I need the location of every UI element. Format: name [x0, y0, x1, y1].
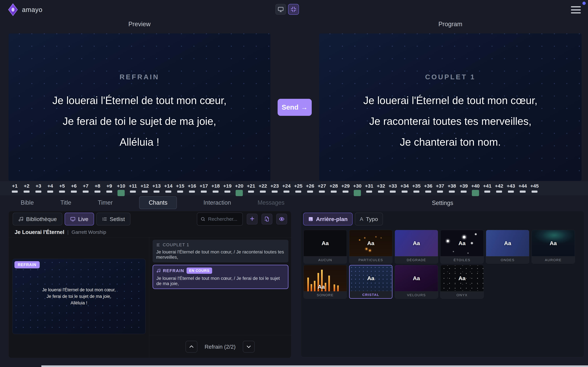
slide-thumbnail-lyrics: Je louerai l'Éternel de tout mon cœur, J…: [42, 287, 116, 306]
timeline-slot-5[interactable]: +5: [57, 183, 67, 193]
search-input[interactable]: [208, 216, 239, 222]
timeline-slot-32[interactable]: +32: [376, 183, 386, 193]
timeline-slot-38[interactable]: +38: [447, 183, 457, 193]
timeline-slot-25[interactable]: +25: [293, 183, 303, 193]
timeline-slot-34[interactable]: +34: [399, 183, 410, 193]
timeline-slot-17[interactable]: +17: [199, 183, 209, 193]
timeline-slot-20[interactable]: +20: [234, 183, 244, 196]
timeline-slot-45[interactable]: +45: [529, 183, 540, 193]
timeline-slot-28[interactable]: +28: [329, 183, 339, 193]
timeline-slot-13[interactable]: +13: [151, 183, 162, 193]
add-song-button[interactable]: +: [247, 214, 258, 225]
background-tile-ondes[interactable]: AaONDES: [486, 230, 529, 264]
tab-timer[interactable]: Timer: [98, 197, 113, 209]
timeline-slot-label: +13: [152, 183, 161, 189]
typo-tab[interactable]: A Typo: [355, 213, 383, 225]
timeline-slot-12[interactable]: +12: [139, 183, 150, 193]
preview-eye-button[interactable]: [276, 214, 287, 225]
background-tile-cristal[interactable]: AaCRISTAL: [349, 265, 392, 299]
timeline-slot-26[interactable]: +26: [305, 183, 315, 193]
background-tile-aurore[interactable]: AaAURORE: [532, 230, 575, 264]
timeline-slot-24[interactable]: +24: [281, 183, 292, 193]
timeline-slot-4[interactable]: +4: [45, 183, 55, 193]
timeline-slot-44[interactable]: +44: [518, 183, 528, 193]
tile-label: DÉGRADÉ: [395, 256, 438, 263]
tile-label: VELOURS: [395, 291, 438, 299]
app-title: amayo: [22, 6, 43, 13]
tile-label: PARTICULES: [349, 256, 392, 263]
timeline-slot-33[interactable]: +33: [388, 183, 398, 193]
timeline-slot-10[interactable]: +10: [116, 183, 126, 196]
timeline-slot-37[interactable]: +37: [435, 183, 445, 193]
display-button[interactable]: [275, 4, 286, 15]
background-tile-degrade[interactable]: AaDÉGRADÉ: [395, 230, 438, 264]
timeline-slot-41[interactable]: +41: [482, 183, 493, 193]
timeline-slot-21[interactable]: +21: [246, 183, 256, 193]
timeline-slot-15[interactable]: +15: [175, 183, 185, 193]
timeline-slot-marker: [331, 191, 337, 193]
slide-thumbnail[interactable]: REFRAIN Je louerai l'Éternel de tout mon…: [12, 259, 146, 334]
background-tile-aucun[interactable]: AaAUCUN: [303, 230, 347, 264]
tile-preview: Aa: [304, 265, 347, 291]
next-verse-button[interactable]: [243, 341, 255, 353]
tile-preview: Aa: [441, 265, 484, 291]
timeline-slot-35[interactable]: +35: [411, 183, 422, 193]
timeline-slot-3[interactable]: +3: [33, 183, 44, 193]
brand: amayo: [8, 3, 43, 16]
timeline-slot-29[interactable]: +29: [340, 183, 351, 193]
import-button[interactable]: [261, 214, 272, 225]
preview-section-title: REFRAIN: [120, 73, 159, 81]
background-tile-etoiles[interactable]: AaÉTOILES: [440, 230, 484, 264]
timeline-slot-43[interactable]: +43: [506, 183, 516, 193]
tab-interaction[interactable]: Interaction: [203, 197, 231, 209]
tab-title[interactable]: Title: [60, 197, 71, 209]
timeline-slot-14[interactable]: +14: [163, 183, 173, 193]
timeline-slot-marker: [71, 191, 77, 193]
timeline-slot-marker: [35, 191, 41, 193]
tab-bible[interactable]: Bible: [21, 197, 34, 209]
timeline-slot-7[interactable]: +7: [80, 183, 91, 193]
previous-verse-button[interactable]: [186, 341, 197, 353]
timeline-slot-2[interactable]: +2: [21, 183, 32, 193]
arriere-plan-tab[interactable]: Arrière-plan: [303, 213, 353, 225]
background-tile-velours[interactable]: AaVELOURS: [395, 265, 438, 299]
send-button[interactable]: Send →: [277, 99, 312, 116]
timeline-slot-label: +18: [211, 183, 220, 189]
timeline-slot-label: +34: [400, 183, 409, 189]
timeline-slot-6[interactable]: +6: [69, 183, 79, 193]
background-tile-onyx[interactable]: AaONYX: [440, 265, 484, 299]
tab-chants[interactable]: Chants: [139, 196, 177, 209]
timeline-slot-31[interactable]: +31: [364, 183, 374, 193]
timeline-slot-40[interactable]: +40: [470, 183, 481, 196]
sample-text: Aa: [413, 275, 420, 282]
timeline-slot-39[interactable]: +39: [458, 183, 469, 193]
timeline-slot-42[interactable]: +42: [494, 183, 504, 193]
live-button[interactable]: Live: [65, 213, 94, 225]
timeline-slot-19[interactable]: +19: [222, 183, 233, 193]
tab-messages[interactable]: Messages: [258, 197, 285, 209]
verse-pager: Refrain (2/2): [149, 335, 291, 358]
timeline-slot-18[interactable]: +18: [210, 183, 221, 193]
timeline-slot-marker: [343, 191, 348, 193]
timeline-slot-label: +21: [247, 183, 255, 189]
timeline-slot-11[interactable]: +11: [128, 183, 138, 193]
setlist-button[interactable]: Setlist: [96, 213, 130, 225]
timeline-slot-9[interactable]: +9: [104, 183, 114, 193]
timeline-slot-1[interactable]: +1: [9, 183, 20, 193]
timeline-slot-30[interactable]: +30: [352, 183, 363, 196]
projection-toggle-button[interactable]: [288, 4, 299, 15]
verse-card-couplet-1[interactable]: COUPLET 1Je louerai l'Éternel de tout mo…: [153, 240, 288, 262]
timeline-slot-27[interactable]: +27: [317, 183, 327, 193]
preview-lyrics: Je louerai l'Éternel de tout mon cœur, J…: [52, 90, 226, 152]
timeline-slot-8[interactable]: +8: [92, 183, 103, 193]
verse-card-refrain[interactable]: REFRAINEN COURSJe louerai l'Éternel de t…: [153, 265, 288, 289]
menu-button[interactable]: [571, 6, 581, 14]
background-tile-particules[interactable]: AaPARTICULES: [349, 230, 392, 264]
timeline-slot-23[interactable]: +23: [269, 183, 280, 193]
timeline-slot-36[interactable]: +36: [423, 183, 433, 193]
background-tile-sonore[interactable]: AaSONORE: [303, 265, 347, 299]
timeline-slot-16[interactable]: +16: [187, 183, 197, 193]
timeline-slot-label: +42: [495, 183, 503, 189]
bibliotheque-button[interactable]: Bibliothèque: [13, 213, 62, 225]
timeline-slot-22[interactable]: +22: [258, 183, 268, 193]
